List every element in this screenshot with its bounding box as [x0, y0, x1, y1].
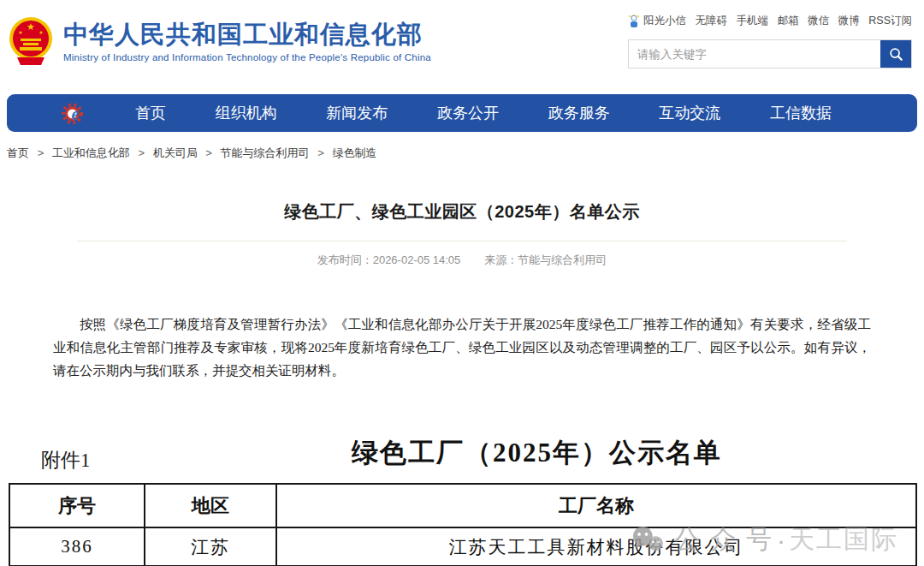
nav-item-interaction[interactable]: 互动交流	[659, 103, 720, 123]
breadcrumb-separator: >	[205, 146, 212, 159]
breadcrumb-green-manufacturing[interactable]: 绿色制造	[332, 146, 376, 159]
site-title: 中华人民共和国工业和信息化部	[63, 20, 431, 49]
nav-item-gov-disclosure[interactable]: 政务公开	[437, 103, 499, 123]
quick-link-mobile[interactable]: 手机端	[737, 14, 769, 28]
cell-number: 386	[9, 527, 145, 566]
national-emblem-icon: ★ ★ ★	[9, 15, 53, 67]
nav-item-home[interactable]: 首页	[135, 103, 166, 123]
search-icon	[888, 46, 903, 62]
factory-table: 序号 地区 工厂名称 386 江苏 江苏天工工具新材料股份有限公司	[9, 483, 917, 566]
quick-link-accessibility[interactable]: 无障碍	[696, 14, 728, 28]
nav-item-news[interactable]: 新闻发布	[326, 103, 388, 123]
nav-items: 首页 组织机构 新闻发布 政务公开 政务服务 互动交流 工信数据	[135, 103, 832, 123]
cell-factory-name: 江苏天工工具新材料股份有限公司	[276, 527, 916, 566]
breadcrumb-separator: >	[138, 146, 145, 159]
breadcrumb-energy-dept[interactable]: 节能与综合利用司	[221, 146, 310, 159]
table-row: 386 江苏 江苏天工工具新材料股份有限公司	[9, 527, 916, 566]
page-title: 绿色工厂、绿色工业园区（2025年）名单公示	[0, 200, 924, 223]
title-divider	[77, 241, 847, 241]
svg-text:★: ★	[18, 30, 22, 35]
breadcrumb-separator: >	[317, 146, 324, 159]
site-subtitle: Ministry of Industry and Information Tec…	[63, 52, 431, 63]
nav-item-organization[interactable]: 组织机构	[216, 103, 277, 123]
source: 节能与综合利用司	[518, 253, 607, 266]
mascot-icon	[628, 15, 640, 28]
breadcrumb-departments[interactable]: 机关司局	[153, 146, 198, 159]
nav-item-gov-services[interactable]: 政务服务	[548, 103, 610, 123]
site-title-block: 中华人民共和国工业和信息化部 Ministry of Industry and …	[63, 20, 431, 63]
quick-link-wechat[interactable]: 微信	[808, 14, 829, 28]
publish-time-label: 发布时间：	[317, 253, 373, 266]
quick-link-weibo[interactable]: 微博	[838, 14, 860, 28]
col-header-factory-name: 工厂名称	[276, 484, 916, 527]
table-header-row: 序号 地区 工厂名称	[9, 484, 916, 527]
cell-region: 江苏	[145, 527, 276, 566]
publish-info: 发布时间：2026-02-05 14:05来源：节能与综合利用司	[0, 253, 924, 268]
publish-time: 2026-02-05 14:05	[373, 253, 461, 266]
quick-link-mail[interactable]: 邮箱	[778, 14, 799, 28]
header-right: 阳光小信 无障碍 手机端 邮箱 微信 微博 RSS订阅	[628, 14, 912, 69]
svg-text:e: e	[71, 104, 79, 123]
svg-text:★: ★	[27, 21, 35, 32]
site-header: ★ ★ ★ 中华人民共和国工业和信息化部 Ministry of Industr…	[0, 0, 924, 86]
search-bar	[628, 39, 912, 69]
attachment-title: 绿色工厂（2025年）公示名单	[150, 435, 924, 471]
nav-item-data[interactable]: 工信数据	[770, 103, 832, 123]
attachment-heading-row: 附件1 绿色工厂（2025年）公示名单	[0, 433, 924, 483]
breadcrumb: 首页 > 工业和信息化部 > 机关司局 > 节能与综合利用司 > 绿色制造	[7, 146, 924, 161]
search-button[interactable]	[880, 40, 911, 68]
attachment-label: 附件1	[41, 447, 91, 474]
article-body: 按照《绿色工厂梯度培育及管理暂行办法》《工业和信息化部办公厅关于开展2025年度…	[53, 313, 871, 382]
svg-text:★: ★	[38, 30, 43, 35]
col-header-number: 序号	[9, 484, 145, 527]
miit-gear-icon: e	[62, 100, 87, 126]
source-label: 来源：	[484, 253, 518, 266]
search-input[interactable]	[629, 40, 880, 68]
site-logo[interactable]: ★ ★ ★ 中华人民共和国工业和信息化部 Ministry of Industr…	[9, 15, 431, 67]
quick-links: 阳光小信 无障碍 手机端 邮箱 微信 微博 RSS订阅	[628, 14, 912, 28]
main-nav: e 首页 组织机构 新闻发布 政务公开 政务服务 互动交流 工信数据	[7, 94, 917, 132]
col-header-region: 地区	[145, 484, 276, 527]
quick-link-rss[interactable]: RSS订阅	[868, 14, 912, 28]
quick-link-sunshine[interactable]: 阳光小信	[628, 14, 686, 28]
breadcrumb-miit[interactable]: 工业和信息化部	[52, 146, 130, 159]
breadcrumb-home[interactable]: 首页	[7, 146, 29, 159]
breadcrumb-separator: >	[38, 146, 44, 159]
